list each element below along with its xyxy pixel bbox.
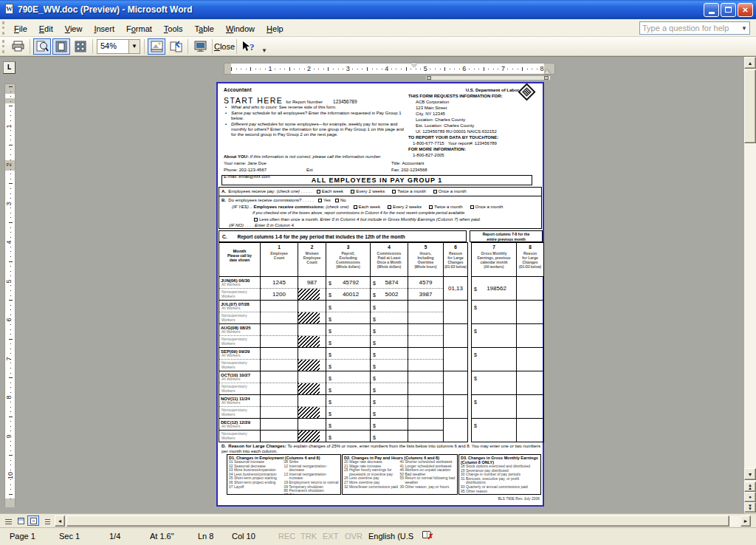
restore-button[interactable] bbox=[721, 3, 736, 17]
all-workers-row: JUN(06) 06/30All Workers1245987$45792$58… bbox=[219, 277, 544, 289]
status-rec-toggle[interactable]: REC bbox=[278, 532, 295, 541]
section-b: B. Do employees receive commissions? . .… bbox=[219, 196, 541, 230]
reason-6-cell bbox=[444, 324, 468, 348]
one-page-button[interactable] bbox=[52, 38, 70, 55]
hatched-cell bbox=[298, 360, 326, 371]
print-layout-view-button[interactable] bbox=[27, 515, 39, 526]
window-title: 790E_WW.doc (Preview) - Microsoft Word bbox=[18, 4, 702, 15]
spelling-status-icon[interactable]: ✗ bbox=[422, 530, 434, 541]
one-page-icon bbox=[55, 41, 67, 52]
pay-group-title: ALL EMPLOYEES IN PAY GROUP 1 bbox=[221, 175, 532, 185]
month-cell: DEC(12) 12/29All Workers bbox=[219, 419, 261, 431]
pay-option: Every 2 weeks bbox=[383, 205, 422, 209]
section-b-note: If you checked one of the boxes above, r… bbox=[221, 210, 539, 216]
select-browse-object-button[interactable]: ● bbox=[744, 492, 756, 502]
reason-6-cell bbox=[444, 419, 468, 442]
multiple-pages-button[interactable] bbox=[72, 38, 89, 55]
print-button[interactable] bbox=[9, 38, 27, 55]
view-ruler-toggle[interactable] bbox=[148, 38, 165, 55]
scroll-right-button[interactable]: ► bbox=[740, 515, 751, 527]
zoom-combobox[interactable]: 54% ▼ bbox=[97, 39, 140, 54]
column-header-2: 2WomenEmployeeCount bbox=[298, 243, 326, 277]
reason-8-cell bbox=[517, 371, 544, 395]
column-marker[interactable] bbox=[427, 76, 431, 80]
right-indent-marker[interactable] bbox=[544, 69, 550, 74]
section-c-left: C.Report columns 1-6 for the pay period … bbox=[219, 230, 467, 242]
horizontal-scroll-thumb[interactable] bbox=[66, 515, 729, 527]
month-group: OCT(10) 10/27All Workers$$$Nonsupervisor… bbox=[219, 371, 544, 395]
reason-6-cell bbox=[444, 301, 468, 324]
full-screen-button[interactable] bbox=[191, 38, 209, 55]
gross-earnings-cell: $ bbox=[472, 419, 517, 442]
toolbar-grip[interactable] bbox=[2, 40, 6, 53]
month-group: SEP(09) 09/29All Workers$$$Nonsupervisor… bbox=[219, 348, 544, 371]
outline-view-button[interactable] bbox=[41, 515, 52, 526]
your-name-value: Jane Doe bbox=[247, 161, 267, 165]
next-page-button[interactable]: ▼▼ bbox=[744, 502, 756, 513]
status-language[interactable]: English (U.S bbox=[368, 532, 413, 541]
menu-insert[interactable]: Insert bbox=[88, 22, 120, 35]
first-line-indent-marker[interactable] bbox=[411, 63, 417, 67]
fax-line: Fax: 202-1234568 bbox=[391, 168, 427, 172]
reason-8-cell bbox=[517, 419, 544, 442]
pay-option: Once a month bbox=[429, 189, 467, 193]
normal-view-button[interactable] bbox=[2, 515, 14, 526]
menu-window[interactable]: Window bbox=[220, 22, 261, 35]
ruler-icon bbox=[151, 41, 163, 52]
close-button[interactable]: ✕ bbox=[738, 3, 753, 17]
web-layout-view-button[interactable] bbox=[15, 515, 27, 526]
all-workers-row: SEP(09) 09/29All Workers$$$ bbox=[219, 348, 544, 360]
status-ext-toggle[interactable]: EXT bbox=[323, 532, 338, 541]
menubar-grip[interactable] bbox=[2, 21, 6, 35]
help-arrow-icon: ? bbox=[241, 41, 256, 52]
gross-earnings-cell: $ bbox=[472, 371, 517, 395]
scroll-up-button[interactable]: ▲ bbox=[744, 57, 756, 69]
ruler-top-margin[interactable] bbox=[5, 84, 15, 94]
ruler-bottom-margin[interactable] bbox=[5, 498, 15, 507]
close-preview-button[interactable]: Close bbox=[216, 39, 233, 54]
vertical-scrollbar[interactable]: ▲ ▼ ▲▲ ● ▼▼ bbox=[744, 57, 756, 514]
menu-format[interactable]: Format bbox=[120, 22, 158, 35]
question-help-input[interactable]: Type a question for help ▼ bbox=[639, 21, 750, 35]
month-group: JUL(07) 07/28All Workers$$$Nonsupervisor… bbox=[219, 301, 544, 324]
title-line: Title: Accountant bbox=[391, 161, 424, 165]
status-bar: Page 1 Sec 1 1/4 At 1.6" Ln 8 Col 10 REC… bbox=[0, 527, 756, 545]
magnifier-toggle-button[interactable] bbox=[33, 38, 51, 55]
minimize-button[interactable] bbox=[704, 3, 719, 17]
vertical-scroll-thumb[interactable] bbox=[744, 69, 756, 143]
pay-option: Once a month bbox=[466, 205, 504, 209]
column-marker[interactable] bbox=[544, 76, 549, 80]
horizontal-scroll-track[interactable] bbox=[66, 515, 740, 527]
menu-help[interactable]: Help bbox=[261, 22, 289, 35]
document-page[interactable]: Accountant START HEREfor Report Number12… bbox=[216, 82, 544, 507]
instruction-bullets: What and who to count: See reverse side … bbox=[225, 105, 407, 138]
status-line: Ln 8 bbox=[198, 532, 213, 541]
gross-earnings-cell: $ bbox=[472, 348, 517, 371]
menu-table[interactable]: Table bbox=[189, 22, 220, 35]
sections-a-b-box: A. Employees receive pay: (check one) . … bbox=[219, 187, 542, 229]
chevron-down-icon[interactable]: ▼ bbox=[741, 25, 747, 32]
menu-tools[interactable]: Tools bbox=[158, 22, 189, 35]
vertical-ruler[interactable]: 12345678910 bbox=[4, 83, 16, 507]
word-app-icon[interactable]: W bbox=[3, 4, 15, 16]
scroll-left-button[interactable]: ◄ bbox=[55, 515, 65, 527]
horizontal-ruler[interactable]: 12345678 bbox=[224, 63, 555, 75]
ruler-left-margin[interactable] bbox=[224, 64, 231, 74]
menu-file[interactable]: File bbox=[8, 22, 33, 35]
zoom-dropdown-arrow[interactable]: ▼ bbox=[129, 39, 140, 54]
instruction-bullet: Same pay schedule for all employees? Ent… bbox=[225, 111, 407, 121]
shrink-to-fit-button[interactable] bbox=[167, 38, 185, 55]
toolbar-options-icon[interactable]: ▼ bbox=[258, 47, 270, 54]
help-button[interactable]: ? bbox=[240, 38, 258, 55]
menu-edit[interactable]: Edit bbox=[33, 22, 59, 35]
month-column-header: MonthPlease call bydate shown bbox=[219, 243, 261, 277]
menu-view[interactable]: View bbox=[59, 22, 89, 35]
status-ovr-toggle[interactable]: OVR bbox=[345, 532, 362, 541]
scroll-down-button[interactable]: ▼ bbox=[744, 468, 756, 480]
table-column-ruler[interactable] bbox=[425, 75, 551, 80]
previous-page-button[interactable]: ▲▲ bbox=[744, 481, 756, 492]
zoom-value[interactable]: 54% bbox=[97, 39, 129, 54]
status-trk-toggle[interactable]: TRK bbox=[300, 532, 317, 541]
tab-stop-selector[interactable]: L bbox=[3, 61, 16, 74]
month-group: JUN(06) 06/30All Workers1245987$45792$58… bbox=[219, 277, 544, 301]
